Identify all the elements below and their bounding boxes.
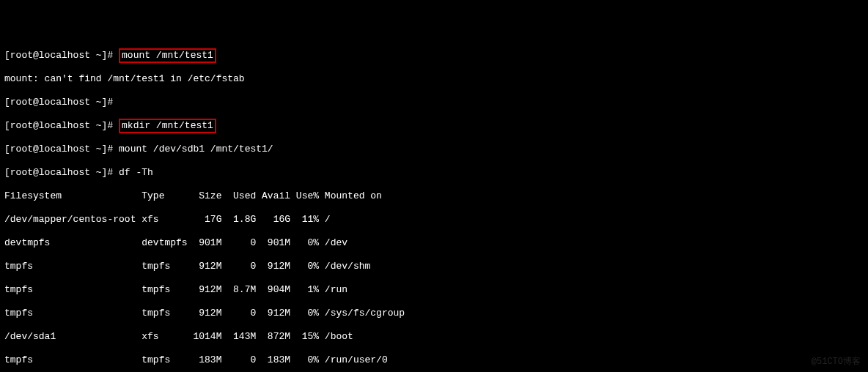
prompt-line: [root@localhost ~]# df -Th — [4, 167, 864, 179]
cmd-mount-highlight: mount /mnt/test1 — [119, 48, 216, 63]
df-row: tmpfs tmpfs 912M 0 912M 0% /sys/fs/cgrou… — [4, 308, 864, 319]
df-row: /dev/mapper/centos-root xfs 17G 1.8G 16G… — [4, 214, 864, 226]
df-row: tmpfs tmpfs 912M 8.7M 904M 1% /run — [4, 284, 864, 296]
prompt-line: [root@localhost ~]# — [4, 97, 864, 108]
df-row: devtmpfs devtmpfs 901M 0 901M 0% /dev — [4, 237, 864, 249]
output-mount-error: mount: can't find /mnt/test1 in /etc/fst… — [4, 73, 864, 85]
prompt-line: [root@localhost ~]# mount /mnt/test1 — [4, 50, 864, 62]
watermark: @51CTO博客 — [812, 356, 861, 368]
df-header: Filesystem Type Size Used Avail Use% Mou… — [4, 190, 864, 202]
cmd-mkdir-highlight: mkdir /mnt/test1 — [119, 119, 216, 133]
df-row: tmpfs tmpfs 912M 0 912M 0% /dev/shm — [4, 261, 864, 272]
prompt-line: [root@localhost ~]# mkdir /mnt/test1 — [4, 120, 864, 132]
shell-prompt: [root@localhost ~]# — [4, 167, 119, 178]
df-row: tmpfs tmpfs 183M 0 183M 0% /run/user/0 — [4, 354, 864, 366]
prompt-line: [root@localhost ~]# mount /dev/sdb1 /mnt… — [4, 144, 864, 155]
cmd-mount2: mount /dev/sdb1 /mnt/test1/ — [119, 144, 273, 155]
df-row: /dev/sda1 xfs 1014M 143M 872M 15% /boot — [4, 331, 864, 343]
shell-prompt: [root@localhost ~]# — [4, 50, 119, 61]
shell-prompt: [root@localhost ~]# — [4, 120, 119, 131]
cmd-df: df -Th — [119, 167, 153, 178]
shell-prompt: [root@localhost ~]# — [4, 144, 119, 155]
